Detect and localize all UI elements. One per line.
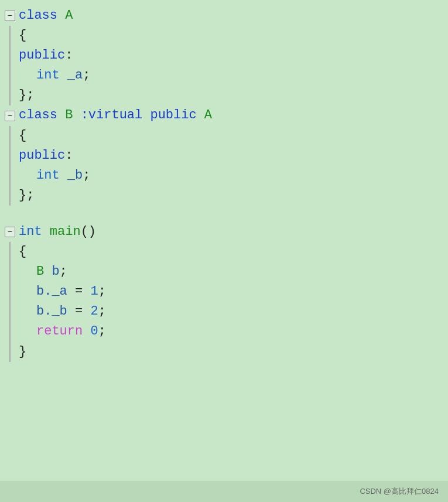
token: class: [19, 6, 65, 26]
line-16: b._b = 2;: [0, 302, 448, 322]
indent-bar-0: [9, 186, 11, 206]
token: };: [19, 186, 34, 206]
line-17: return 0;: [0, 322, 448, 342]
line-8: public:: [0, 146, 448, 166]
line-5: };: [0, 86, 448, 105]
indent-bar-0: [9, 146, 11, 166]
token: b._a: [36, 282, 67, 302]
line-1: −class A: [0, 6, 448, 26]
watermark: CSDN @高比拜仁0824: [0, 481, 448, 502]
line-11: [0, 206, 448, 222]
line-3: public:: [0, 46, 448, 66]
token: 1: [90, 282, 98, 302]
line-12: −int main(): [0, 222, 448, 242]
token: _a: [67, 66, 83, 86]
line-content: public:: [19, 146, 73, 166]
fold-icon[interactable]: −: [5, 111, 15, 121]
indent-bar-0: [9, 282, 11, 302]
token: {: [19, 126, 26, 146]
token: main: [50, 222, 81, 242]
indent-bar-0: [9, 46, 11, 66]
token: int: [36, 166, 67, 186]
indent-bar-0: [9, 302, 11, 322]
fold-icon[interactable]: −: [5, 227, 15, 237]
token: =: [67, 302, 91, 322]
fold-icon[interactable]: −: [5, 11, 15, 21]
token: 0: [90, 322, 98, 342]
token: ;: [98, 302, 106, 322]
line-content: }: [19, 342, 26, 362]
line-content: class A: [19, 6, 73, 26]
line-4: int _a;: [0, 66, 448, 86]
token: int: [36, 66, 67, 86]
token: b._b: [36, 302, 67, 322]
token: (): [81, 222, 96, 242]
token: _b: [67, 166, 83, 186]
line-content: };: [19, 186, 34, 206]
token: 2: [90, 302, 98, 322]
token: B: [65, 105, 80, 125]
line-content: int main(): [19, 222, 96, 242]
indent-bar-0: [9, 166, 11, 186]
line-content: };: [19, 86, 34, 105]
line-18: }: [0, 342, 448, 362]
indent-bar-0: [9, 322, 11, 342]
token: ;: [83, 66, 90, 86]
line-content: int _b;: [36, 166, 90, 186]
line-2: {: [0, 26, 448, 46]
token: public: [19, 146, 65, 166]
line-content: {: [19, 126, 26, 146]
token: :virtual public: [81, 105, 204, 125]
token: public: [19, 46, 65, 66]
token: {: [19, 242, 26, 262]
token: ;: [83, 166, 90, 186]
indent-bar-0: [9, 126, 11, 146]
line-content: return 0;: [36, 322, 106, 342]
line-content: public:: [19, 46, 73, 66]
token: {: [19, 26, 26, 46]
token: b: [52, 262, 59, 282]
line-9: int _b;: [0, 166, 448, 186]
line-content: class B :virtual public A: [19, 105, 212, 125]
token: A: [204, 105, 212, 125]
code-lines: −class A{public:int _a;};−class B :virtu…: [0, 6, 448, 362]
line-content: int _a;: [36, 66, 90, 86]
token: int: [19, 222, 50, 242]
watermark-text: CSDN @高比拜仁0824: [360, 486, 439, 497]
line-content: b._b = 2;: [36, 302, 106, 322]
indent-bar-0: [9, 66, 11, 86]
token: :: [65, 146, 73, 166]
token: ;: [98, 282, 106, 302]
indent-bar-0: [9, 262, 11, 282]
code-editor: −class A{public:int _a;};−class B :virtu…: [0, 0, 448, 481]
line-content: {: [19, 242, 26, 262]
line-14: B b;: [0, 262, 448, 282]
token: class: [19, 105, 65, 125]
indent-bar-0: [9, 86, 11, 105]
token: ;: [60, 262, 67, 282]
token: return: [36, 322, 90, 342]
token: A: [65, 6, 73, 26]
token: }: [19, 342, 26, 362]
line-content: {: [19, 26, 26, 46]
indent-bar-0: [9, 26, 11, 46]
line-7: {: [0, 126, 448, 146]
token: ;: [98, 322, 106, 342]
line-6: −class B :virtual public A: [0, 105, 448, 125]
line-15: b._a = 1;: [0, 282, 448, 302]
indent-bar-0: [9, 342, 11, 362]
line-13: {: [0, 242, 448, 262]
token: };: [19, 86, 34, 105]
token: :: [65, 46, 73, 66]
line-10: };: [0, 186, 448, 206]
line-content: B b;: [36, 262, 67, 282]
token: B: [36, 262, 52, 282]
line-content: b._a = 1;: [36, 282, 106, 302]
token: =: [67, 282, 91, 302]
indent-bar-0: [9, 242, 11, 262]
